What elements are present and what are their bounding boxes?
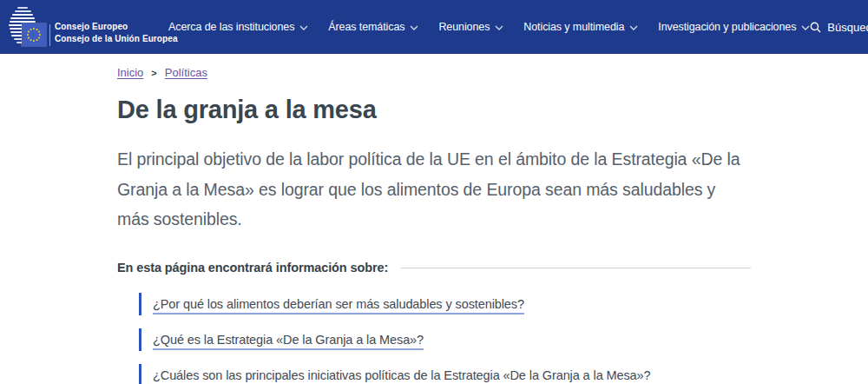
page-title: De la granja a la mesa [117, 96, 751, 124]
on-this-page-label: En esta página encontrará información so… [117, 261, 388, 275]
logo-divider [49, 24, 50, 46]
toc-link-que-es-estrategia[interactable]: ¿Qué es la Estrategia «De la Granja a la… [153, 328, 424, 351]
nav-item-noticias[interactable]: Noticias y multimedia [523, 21, 638, 33]
logo-line1: Consejo Europeo [55, 22, 128, 31]
toc-link-iniciativas-politicas[interactable]: ¿Cuáles son las principales iniciativas … [153, 364, 651, 384]
nav-item-instituciones[interactable]: Acerca de las instituciones [168, 21, 308, 33]
toc-item: ¿Qué es la Estrategia «De la Granja a la… [139, 328, 751, 351]
chevron-down-icon [801, 25, 810, 30]
breadcrumb-separator: > [151, 68, 156, 78]
chevron-down-icon [410, 25, 418, 30]
breadcrumb-link-inicio[interactable]: Inicio [117, 66, 143, 79]
toc-list: ¿Por qué los alimentos deberían ser más … [139, 293, 751, 384]
logo-text: Consejo Europeo Consejo de la Unión Euro… [55, 21, 178, 45]
toc-item: ¿Cuáles son las principales iniciativas … [139, 364, 751, 384]
horizontal-rule [401, 268, 751, 268]
toc-accent-bar [139, 293, 141, 315]
toc-accent-bar [139, 328, 141, 351]
council-logo[interactable]: Consejo Europeo Consejo de la Unión Euro… [9, 6, 158, 48]
header-bar: Consejo Europeo Consejo de la Unión Euro… [0, 0, 868, 54]
nav-item-investigacion[interactable]: Investigación y publicaciones [658, 21, 810, 33]
toc-accent-bar [139, 364, 141, 384]
chevron-down-icon [629, 25, 638, 30]
logo-line2: Consejo de la Unión Europea [55, 34, 178, 43]
breadcrumb: Inicio > Políticas [117, 66, 751, 79]
eu-stars-icon [33, 34, 35, 36]
search-button[interactable]: Búsqueda [810, 21, 868, 34]
eu-flag-icon [22, 23, 46, 46]
nav-item-label: Acerca de las instituciones [168, 21, 294, 33]
main-nav: Acerca de las instituciones Áreas temáti… [168, 21, 810, 33]
nav-item-label: Noticias y multimedia [523, 21, 624, 33]
main-content: Inicio > Políticas De la granja a la mes… [0, 54, 868, 384]
nav-item-label: Áreas temáticas [328, 21, 404, 33]
chevron-down-icon [495, 25, 503, 30]
on-this-page-section: En esta página encontrará información so… [117, 261, 751, 275]
toc-item: ¿Por qué los alimentos deberían ser más … [139, 293, 751, 315]
nav-item-reuniones[interactable]: Reuniones [438, 21, 503, 33]
toc-link-saludables-sostenibles[interactable]: ¿Por qué los alimentos deberían ser más … [153, 293, 524, 315]
nav-item-label: Investigación y publicaciones [658, 21, 796, 33]
search-icon [810, 22, 821, 33]
chevron-down-icon [299, 25, 308, 30]
search-label: Búsqueda [827, 21, 868, 34]
intro-paragraph: El principal objetivo de la labor políti… [117, 144, 751, 235]
nav-item-areas-tematicas[interactable]: Áreas temáticas [328, 21, 418, 33]
nav-item-label: Reuniones [438, 21, 490, 33]
breadcrumb-link-politicas[interactable]: Políticas [165, 66, 207, 79]
